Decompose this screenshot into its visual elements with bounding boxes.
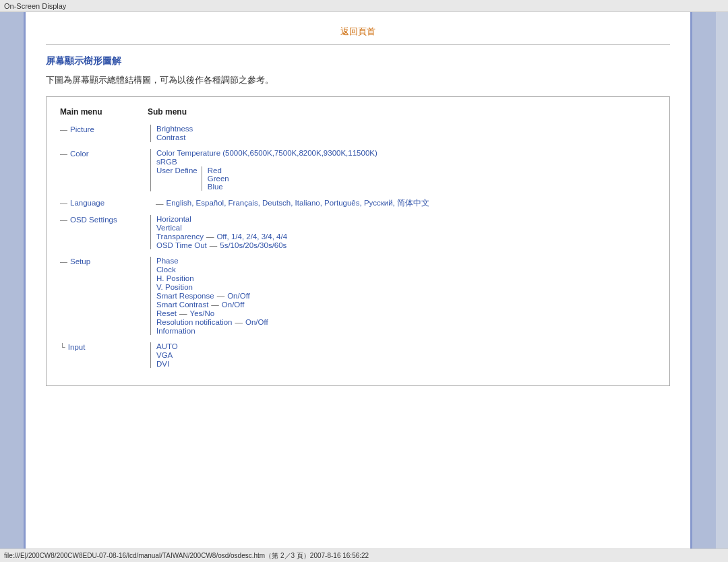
main-item-picture: — Picture — [60, 125, 148, 133]
list-item: AUTO — [156, 342, 656, 350]
menu-section-setup: — Setup Phase Clock — [60, 257, 656, 336]
main-content: 返回頁首 屏幕顯示樹形圖解 下圖為屏幕顯示總體結構圖，可為以後作各種調節之參考。… — [26, 12, 690, 549]
sub-items-osd: Horizontal Vertical Transparency — Off, … — [148, 215, 656, 250]
main-menu-header: Main menu — [60, 107, 148, 117]
list-item: Resolution notification — On/Off — [156, 318, 656, 326]
main-item-language: — Language — [60, 198, 148, 207]
section-title: 屏幕顯示樹形圖解 — [46, 55, 670, 67]
list-item: User Define Red Green Blue — [156, 166, 656, 191]
list-item: Red — [208, 166, 229, 175]
list-item: V. Position — [156, 283, 656, 291]
diagram-header: Main menu Sub menu — [60, 107, 656, 117]
menu-section-color: — Color Color Temperature (5000K,6500K,7… — [60, 149, 656, 191]
left-sidebar — [0, 12, 26, 549]
main-item-color: — Color — [60, 149, 148, 158]
list-item: Green — [208, 175, 229, 183]
title-bar: On-Screen Display — [0, 0, 728, 12]
status-text: file:///E|/200CW8/200CW8EDU-07-08-16/lcd… — [4, 551, 369, 561]
list-item: Phase — [156, 257, 656, 265]
intro-text: 下圖為屏幕顯示總體結構圖，可為以後作各種調節之參考。 — [46, 74, 670, 86]
list-item: Contrast — [156, 133, 656, 142]
list-item: Vertical — [156, 224, 656, 232]
status-bar: file:///E|/200CW8/200CW8EDU-07-08-16/lcd… — [0, 549, 728, 562]
page-area: 返回頁首 屏幕顯示樹形圖解 下圖為屏幕顯示總體結構圖，可為以後作各種調節之參考。… — [26, 12, 690, 549]
menu-section-osd: — OSD Settings Horizontal Vertical — [60, 215, 656, 250]
list-item: Smart Response — On/Off — [156, 292, 656, 300]
browser-area: 返回頁首 屏幕顯示樹形圖解 下圖為屏幕顯示總體結構圖，可為以後作各種調節之參考。… — [0, 12, 728, 549]
main-item-input: └ Input — [60, 342, 148, 351]
menu-section-language: — Language — English, Español, Français,… — [60, 198, 656, 208]
list-item: Smart Contrast — On/Off — [156, 301, 656, 309]
list-item: OSD Time Out — 5s/10s/20s/30s/60s — [156, 241, 656, 249]
title-text: On-Screen Display — [4, 2, 66, 10]
list-item: English, Español, Français, Deutsch, Ita… — [166, 198, 429, 208]
list-item: Transparency — Off, 1/4, 2/4, 3/4, 4/4 — [156, 232, 656, 241]
list-item: sRGB — [156, 158, 656, 166]
divider — [46, 44, 670, 45]
back-link[interactable]: 返回頁首 — [340, 26, 375, 36]
list-item: Horizontal — [156, 215, 656, 223]
list-item: Brightness — [156, 125, 656, 133]
sub-items-picture: Brightness Contrast — [148, 125, 656, 142]
sub-menu-header: Sub menu — [148, 107, 187, 117]
list-item: DVI — [156, 360, 656, 368]
sub-items-color: Color Temperature (5000K,6500K,7500K,820… — [148, 149, 656, 191]
list-item: Clock — [156, 266, 656, 274]
menu-section-input: └ Input AUTO VGA — [60, 342, 656, 369]
list-item: Color Temperature (5000K,6500K,7500K,820… — [156, 149, 656, 157]
list-item: Reset — Yes/No — [156, 309, 656, 317]
back-link-container: 返回頁首 — [46, 26, 670, 38]
sub-items-setup: Phase Clock H. Position V. Position — [148, 257, 656, 336]
list-item: Blue — [208, 183, 229, 191]
list-item: VGA — [156, 351, 656, 359]
menu-section-picture: — Picture Brightness Contrast — [60, 125, 656, 142]
list-item: Information — [156, 327, 656, 335]
right-sidebar — [690, 12, 716, 549]
far-right-bar — [716, 12, 728, 549]
menu-diagram: Main menu Sub menu — Picture Brigh — [46, 96, 670, 386]
main-item-setup: — Setup — [60, 257, 148, 266]
sub-items-input: AUTO VGA DVI — [148, 342, 656, 369]
sub-items-language: — English, Español, Français, Deutsch, I… — [148, 198, 656, 208]
list-item: H. Position — [156, 274, 656, 282]
main-item-osd: — OSD Settings — [60, 215, 148, 224]
